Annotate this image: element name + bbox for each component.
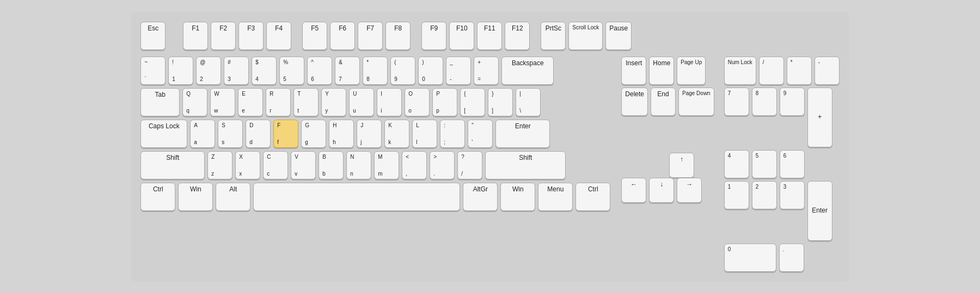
key-up-arrow[interactable]: ↑ — [669, 153, 694, 178]
key-num7[interactable]: 7 — [724, 88, 749, 116]
key-num-plus[interactable]: + — [807, 88, 832, 147]
key-e[interactable]: E e — [238, 88, 263, 116]
key-f5[interactable]: F5 — [302, 22, 327, 50]
key-8[interactable]: * 8 — [363, 57, 388, 85]
key-a[interactable]: A a — [190, 120, 215, 148]
key-backslash[interactable]: | \ — [516, 88, 541, 116]
key-z[interactable]: Z z — [207, 151, 232, 179]
key-delete[interactable]: Delete — [621, 88, 648, 116]
key-enter[interactable]: Enter — [495, 120, 550, 148]
key-num-slash[interactable]: / — [759, 57, 784, 85]
key-space[interactable] — [253, 183, 460, 211]
key-caps-lock[interactable]: Caps Lock — [140, 120, 187, 148]
key-slash[interactable]: ? / — [457, 151, 482, 179]
key-9[interactable]: ( 9 — [390, 57, 415, 85]
key-quote[interactable]: " ' — [468, 120, 493, 148]
key-l[interactable]: L l — [412, 120, 437, 148]
key-backtick[interactable]: ~ ` — [140, 57, 166, 85]
key-f7[interactable]: F7 — [358, 22, 383, 50]
key-t[interactable]: T t — [293, 88, 318, 116]
key-f4[interactable]: F4 — [266, 22, 291, 50]
key-insert[interactable]: Insert — [621, 57, 646, 85]
key-r[interactable]: R r — [266, 88, 291, 116]
key-shift-right[interactable]: Shift — [485, 151, 566, 179]
key-alt-left[interactable]: Alt — [216, 183, 250, 211]
key-num3[interactable]: 3 — [780, 181, 805, 209]
key-7[interactable]: & 7 — [335, 57, 360, 85]
key-num-minus[interactable]: - — [814, 57, 840, 85]
key-4[interactable]: $ 4 — [252, 57, 277, 85]
key-page-up[interactable]: Page Up — [677, 57, 706, 85]
key-tab[interactable]: Tab — [140, 88, 180, 116]
key-num-enter[interactable]: Enter — [807, 181, 832, 241]
key-num8[interactable]: 8 — [752, 88, 777, 116]
key-m[interactable]: M m — [374, 151, 399, 179]
key-j[interactable]: J j — [357, 120, 382, 148]
key-q[interactable]: Q q — [182, 88, 207, 116]
key-period[interactable]: > . — [430, 151, 455, 179]
key-semicolon[interactable]: : ; — [440, 120, 465, 148]
key-down-arrow[interactable]: ↓ — [649, 178, 674, 203]
key-i[interactable]: I i — [377, 88, 402, 116]
key-1[interactable]: ! 1 — [168, 57, 193, 85]
key-f1[interactable]: F1 — [183, 22, 208, 50]
key-5[interactable]: % 5 — [279, 57, 304, 85]
key-k[interactable]: K k — [384, 120, 409, 148]
key-num5[interactable]: 5 — [752, 150, 777, 178]
key-b[interactable]: B b — [318, 151, 344, 179]
key-end[interactable]: End — [651, 88, 676, 116]
key-ctrl-left[interactable]: Ctrl — [140, 183, 175, 211]
key-prtsc[interactable]: PrtSc — [541, 22, 566, 50]
key-f10[interactable]: F10 — [449, 22, 474, 50]
key-menu[interactable]: Menu — [538, 183, 573, 211]
key-page-down[interactable]: Page Down — [678, 88, 714, 116]
key-comma[interactable]: < , — [402, 151, 427, 179]
key-f2[interactable]: F2 — [211, 22, 236, 50]
key-rbracket[interactable]: } ] — [488, 88, 513, 116]
key-o[interactable]: O o — [405, 88, 430, 116]
key-2[interactable]: @ 2 — [196, 57, 221, 85]
key-s[interactable]: S s — [218, 120, 243, 148]
key-lbracket[interactable]: { [ — [460, 88, 485, 116]
key-f12[interactable]: F12 — [505, 22, 530, 50]
key-f11[interactable]: F11 — [477, 22, 502, 50]
key-0[interactable]: ) 0 — [418, 57, 443, 85]
key-num-lock[interactable]: Num Lock — [724, 57, 756, 85]
key-num9[interactable]: 9 — [780, 88, 805, 116]
key-shift-left[interactable]: Shift — [140, 151, 205, 179]
key-num0[interactable]: 0 — [724, 244, 776, 272]
key-num-star[interactable]: * — [787, 57, 812, 85]
key-x[interactable]: X x — [235, 151, 260, 179]
key-y[interactable]: Y y — [321, 88, 346, 116]
key-f[interactable]: F f — [273, 120, 298, 148]
key-scroll-lock[interactable]: Scroll Lock — [568, 22, 603, 50]
key-6[interactable]: ^ 6 — [307, 57, 332, 85]
key-h[interactable]: H h — [329, 120, 354, 148]
key-w[interactable]: W w — [210, 88, 235, 116]
key-f8[interactable]: F8 — [385, 22, 411, 50]
key-backspace[interactable]: Backspace — [501, 57, 554, 85]
key-ctrl-right[interactable]: Ctrl — [575, 183, 610, 211]
key-3[interactable]: # 3 — [224, 57, 249, 85]
key-left-arrow[interactable]: ← — [621, 178, 646, 203]
key-num2[interactable]: 2 — [752, 181, 777, 209]
key-minus[interactable]: _ - — [446, 57, 471, 85]
key-win-right[interactable]: Win — [500, 183, 535, 211]
key-num1[interactable]: 1 — [724, 181, 749, 209]
key-d[interactable]: D d — [246, 120, 271, 148]
key-num-dot[interactable]: . — [779, 244, 804, 272]
key-altgr[interactable]: AltGr — [463, 183, 498, 211]
key-f3[interactable]: F3 — [238, 22, 264, 50]
key-g[interactable]: G g — [301, 120, 326, 148]
key-v[interactable]: V v — [291, 151, 316, 179]
key-esc[interactable]: Esc — [140, 22, 166, 50]
key-u[interactable]: U u — [349, 88, 374, 116]
key-n[interactable]: N n — [346, 151, 371, 179]
key-f6[interactable]: F6 — [330, 22, 355, 50]
key-num6[interactable]: 6 — [780, 150, 805, 178]
key-right-arrow[interactable]: → — [677, 178, 702, 203]
key-pause[interactable]: Pause — [605, 22, 632, 50]
key-num4[interactable]: 4 — [724, 150, 749, 178]
key-p[interactable]: P p — [432, 88, 457, 116]
key-c[interactable]: C c — [263, 151, 288, 179]
